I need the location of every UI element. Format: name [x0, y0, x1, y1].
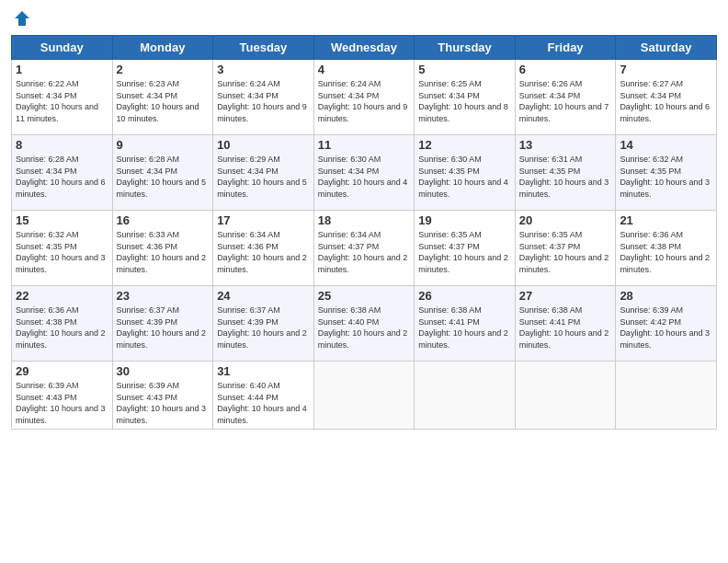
col-thursday: Thursday	[415, 36, 516, 60]
table-row: 29 Sunrise: 6:39 AMSunset: 4:43 PMDaylig…	[12, 362, 113, 430]
day-info: Sunrise: 6:26 AMSunset: 4:34 PMDaylight:…	[519, 79, 609, 123]
table-row: 11 Sunrise: 6:30 AMSunset: 4:34 PMDaylig…	[313, 135, 415, 211]
day-number: 24	[217, 289, 310, 303]
day-number: 23	[117, 289, 210, 303]
day-number: 25	[318, 289, 411, 303]
day-info: Sunrise: 6:22 AMSunset: 4:34 PMDaylight:…	[16, 79, 98, 123]
day-info: Sunrise: 6:28 AMSunset: 4:34 PMDaylight:…	[16, 155, 106, 199]
day-info: Sunrise: 6:34 AMSunset: 4:36 PMDaylight:…	[217, 230, 307, 274]
day-info: Sunrise: 6:36 AMSunset: 4:38 PMDaylight:…	[16, 305, 106, 350]
day-info: Sunrise: 6:32 AMSunset: 4:35 PMDaylight:…	[620, 155, 710, 199]
day-number: 26	[418, 289, 511, 303]
table-row: 27 Sunrise: 6:38 AMSunset: 4:41 PMDaylig…	[515, 286, 616, 362]
day-number: 30	[117, 364, 210, 378]
header	[11, 9, 717, 28]
day-info: Sunrise: 6:23 AMSunset: 4:34 PMDaylight:…	[117, 79, 199, 123]
table-row: 17 Sunrise: 6:34 AMSunset: 4:36 PMDaylig…	[213, 211, 314, 286]
day-number: 13	[519, 138, 612, 152]
day-number: 3	[217, 63, 310, 76]
table-row: 22 Sunrise: 6:36 AMSunset: 4:38 PMDaylig…	[12, 286, 113, 362]
day-info: Sunrise: 6:29 AMSunset: 4:34 PMDaylight:…	[217, 155, 307, 199]
day-number: 7	[620, 63, 712, 76]
page-container: Sunday Monday Tuesday Wednesday Thursday…	[0, 0, 728, 437]
table-row: 15 Sunrise: 6:32 AMSunset: 4:35 PMDaylig…	[12, 211, 113, 286]
day-info: Sunrise: 6:35 AMSunset: 4:37 PMDaylight:…	[418, 230, 508, 274]
day-number: 6	[519, 63, 612, 76]
table-row: 20 Sunrise: 6:35 AMSunset: 4:37 PMDaylig…	[515, 211, 616, 286]
day-number: 21	[620, 213, 712, 227]
day-info: Sunrise: 6:33 AMSunset: 4:36 PMDaylight:…	[117, 230, 207, 274]
table-row: 2 Sunrise: 6:23 AMSunset: 4:34 PMDayligh…	[112, 60, 213, 135]
day-info: Sunrise: 6:31 AMSunset: 4:35 PMDaylight:…	[519, 155, 609, 199]
day-number: 12	[418, 138, 511, 152]
day-number: 22	[16, 289, 108, 303]
table-row: 1 Sunrise: 6:22 AMSunset: 4:34 PMDayligh…	[12, 60, 113, 135]
svg-marker-0	[15, 11, 29, 26]
day-number: 14	[620, 138, 712, 152]
day-number: 29	[16, 364, 108, 378]
day-number: 5	[418, 63, 511, 76]
table-row	[515, 362, 616, 430]
table-row: 21 Sunrise: 6:36 AMSunset: 4:38 PMDaylig…	[616, 211, 717, 286]
day-number: 2	[117, 63, 210, 76]
table-row	[313, 362, 415, 430]
day-info: Sunrise: 6:24 AMSunset: 4:34 PMDaylight:…	[318, 79, 408, 123]
table-row: 30 Sunrise: 6:39 AMSunset: 4:43 PMDaylig…	[112, 362, 213, 430]
table-row: 10 Sunrise: 6:29 AMSunset: 4:34 PMDaylig…	[213, 135, 314, 211]
day-number: 18	[318, 213, 411, 227]
table-row: 25 Sunrise: 6:38 AMSunset: 4:40 PMDaylig…	[313, 286, 415, 362]
day-info: Sunrise: 6:40 AMSunset: 4:44 PMDaylight:…	[217, 381, 307, 425]
table-row	[415, 362, 516, 430]
day-info: Sunrise: 6:37 AMSunset: 4:39 PMDaylight:…	[117, 305, 207, 350]
day-number: 31	[217, 364, 310, 378]
calendar-table: Sunday Monday Tuesday Wednesday Thursday…	[11, 35, 717, 430]
day-number: 8	[16, 138, 108, 152]
day-number: 17	[217, 213, 310, 227]
table-row: 19 Sunrise: 6:35 AMSunset: 4:37 PMDaylig…	[415, 211, 516, 286]
day-info: Sunrise: 6:30 AMSunset: 4:34 PMDaylight:…	[318, 155, 408, 199]
col-wednesday: Wednesday	[313, 36, 415, 60]
day-number: 16	[117, 213, 210, 227]
table-row: 16 Sunrise: 6:33 AMSunset: 4:36 PMDaylig…	[112, 211, 213, 286]
table-row: 31 Sunrise: 6:40 AMSunset: 4:44 PMDaylig…	[213, 362, 314, 430]
logo	[11, 9, 31, 28]
table-row: 4 Sunrise: 6:24 AMSunset: 4:34 PMDayligh…	[313, 60, 415, 135]
table-row: 7 Sunrise: 6:27 AMSunset: 4:34 PMDayligh…	[616, 60, 717, 135]
table-row: 9 Sunrise: 6:28 AMSunset: 4:34 PMDayligh…	[112, 135, 213, 211]
table-row: 8 Sunrise: 6:28 AMSunset: 4:34 PMDayligh…	[12, 135, 113, 211]
day-number: 4	[318, 63, 411, 76]
day-info: Sunrise: 6:24 AMSunset: 4:34 PMDaylight:…	[217, 79, 307, 123]
table-row: 18 Sunrise: 6:34 AMSunset: 4:37 PMDaylig…	[313, 211, 415, 286]
day-info: Sunrise: 6:34 AMSunset: 4:37 PMDaylight:…	[318, 230, 408, 274]
table-row: 6 Sunrise: 6:26 AMSunset: 4:34 PMDayligh…	[515, 60, 616, 135]
table-row: 14 Sunrise: 6:32 AMSunset: 4:35 PMDaylig…	[616, 135, 717, 211]
day-info: Sunrise: 6:39 AMSunset: 4:42 PMDaylight:…	[620, 305, 710, 350]
day-info: Sunrise: 6:39 AMSunset: 4:43 PMDaylight:…	[117, 381, 207, 425]
day-number: 15	[16, 213, 108, 227]
day-info: Sunrise: 6:36 AMSunset: 4:38 PMDaylight:…	[620, 230, 710, 274]
calendar-header-row: Sunday Monday Tuesday Wednesday Thursday…	[12, 36, 717, 60]
table-row	[616, 362, 717, 430]
day-number: 28	[620, 289, 712, 303]
col-sunday: Sunday	[12, 36, 113, 60]
table-row: 26 Sunrise: 6:38 AMSunset: 4:41 PMDaylig…	[415, 286, 516, 362]
day-info: Sunrise: 6:30 AMSunset: 4:35 PMDaylight:…	[418, 155, 508, 199]
day-number: 10	[217, 138, 310, 152]
day-info: Sunrise: 6:35 AMSunset: 4:37 PMDaylight:…	[519, 230, 609, 274]
day-info: Sunrise: 6:37 AMSunset: 4:39 PMDaylight:…	[217, 305, 307, 350]
table-row: 28 Sunrise: 6:39 AMSunset: 4:42 PMDaylig…	[616, 286, 717, 362]
day-number: 9	[117, 138, 210, 152]
col-friday: Friday	[515, 36, 616, 60]
day-number: 11	[318, 138, 411, 152]
table-row: 24 Sunrise: 6:37 AMSunset: 4:39 PMDaylig…	[213, 286, 314, 362]
day-info: Sunrise: 6:27 AMSunset: 4:34 PMDaylight:…	[620, 79, 710, 123]
table-row: 5 Sunrise: 6:25 AMSunset: 4:34 PMDayligh…	[415, 60, 516, 135]
day-info: Sunrise: 6:38 AMSunset: 4:41 PMDaylight:…	[519, 305, 609, 350]
day-info: Sunrise: 6:38 AMSunset: 4:40 PMDaylight:…	[318, 305, 408, 350]
table-row: 13 Sunrise: 6:31 AMSunset: 4:35 PMDaylig…	[515, 135, 616, 211]
day-info: Sunrise: 6:32 AMSunset: 4:35 PMDaylight:…	[16, 230, 106, 274]
day-info: Sunrise: 6:39 AMSunset: 4:43 PMDaylight:…	[16, 381, 106, 425]
day-number: 1	[16, 63, 108, 76]
table-row: 12 Sunrise: 6:30 AMSunset: 4:35 PMDaylig…	[415, 135, 516, 211]
col-tuesday: Tuesday	[213, 36, 314, 60]
